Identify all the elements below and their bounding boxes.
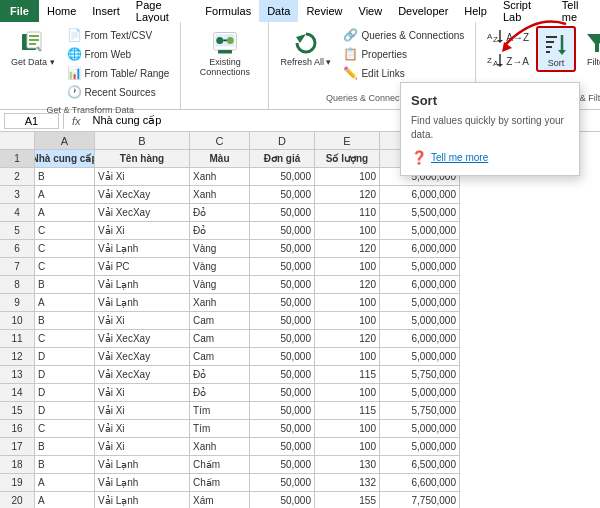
cell-F4[interactable]: 5,500,000 (380, 204, 460, 222)
cell-E9[interactable]: 100 (315, 294, 380, 312)
cell-F9[interactable]: 5,000,000 (380, 294, 460, 312)
cell-B4[interactable]: Vải XecXay (95, 204, 190, 222)
cell-D15[interactable]: 50,000 (250, 402, 315, 420)
refresh-all-button[interactable]: Refresh All ▾ (275, 26, 336, 70)
cell-A20[interactable]: A (35, 492, 95, 508)
cell-D4[interactable]: 50,000 (250, 204, 315, 222)
sort-za-button[interactable]: ZA Z→A (482, 50, 534, 73)
cell-A8[interactable]: B (35, 276, 95, 294)
cell-E7[interactable]: 100 (315, 258, 380, 276)
menu-script-lab[interactable]: Script Lab (495, 0, 554, 22)
cell-B10[interactable]: Vải Xi (95, 312, 190, 330)
cell-D19[interactable]: 50,000 (250, 474, 315, 492)
cell-D14[interactable]: 50,000 (250, 384, 315, 402)
cell-E17[interactable]: 100 (315, 438, 380, 456)
cell-B20[interactable]: Vải Lạnh (95, 492, 190, 508)
cell-F12[interactable]: 5,000,000 (380, 348, 460, 366)
cell-D20[interactable]: 50,000 (250, 492, 315, 508)
cell-A18[interactable]: B (35, 456, 95, 474)
cell-A2[interactable]: B (35, 168, 95, 186)
cell-B7[interactable]: Vải PC (95, 258, 190, 276)
cell-D13[interactable]: 50,000 (250, 366, 315, 384)
cell-E15[interactable]: 115 (315, 402, 380, 420)
col-header-c[interactable]: C (190, 132, 250, 150)
cell-A15[interactable]: D (35, 402, 95, 420)
cell-B17[interactable]: Vải Xi (95, 438, 190, 456)
cell-A12[interactable]: D (35, 348, 95, 366)
cell-E3[interactable]: 120 (315, 186, 380, 204)
cell-E12[interactable]: 100 (315, 348, 380, 366)
cell-E20[interactable]: 155 (315, 492, 380, 508)
menu-home[interactable]: Home (39, 0, 84, 22)
cell-F10[interactable]: 5,000,000 (380, 312, 460, 330)
cell-D10[interactable]: 50,000 (250, 312, 315, 330)
cell-F20[interactable]: 7,750,000 (380, 492, 460, 508)
from-web-button[interactable]: 🌐 From Web (62, 45, 175, 63)
cell-A9[interactable]: A (35, 294, 95, 312)
cell-A11[interactable]: C (35, 330, 95, 348)
cell-E8[interactable]: 120 (315, 276, 380, 294)
cell-F13[interactable]: 5,750,000 (380, 366, 460, 384)
cell-A19[interactable]: A (35, 474, 95, 492)
cell-E11[interactable]: 120 (315, 330, 380, 348)
cell-E4[interactable]: 110 (315, 204, 380, 222)
cell-F11[interactable]: 6,000,000 (380, 330, 460, 348)
cell-E14[interactable]: 100 (315, 384, 380, 402)
cell-F17[interactable]: 5,000,000 (380, 438, 460, 456)
cell-B6[interactable]: Vải Lạnh (95, 240, 190, 258)
cell-B12[interactable]: Vải XecXay (95, 348, 190, 366)
cell-C14[interactable]: Đỏ (190, 384, 250, 402)
cell-F6[interactable]: 6,000,000 (380, 240, 460, 258)
cell-E10[interactable]: 100 (315, 312, 380, 330)
edit-links-button[interactable]: ✏️ Edit Links (338, 64, 469, 82)
cell-A7[interactable]: C (35, 258, 95, 276)
cell-D16[interactable]: 50,000 (250, 420, 315, 438)
cell-D5[interactable]: 50,000 (250, 222, 315, 240)
menu-insert[interactable]: Insert (84, 0, 128, 22)
sort-az-button[interactable]: AZ A→Z (482, 26, 534, 49)
cell-E2[interactable]: 100 (315, 168, 380, 186)
menu-review[interactable]: Review (298, 0, 350, 22)
cell-B3[interactable]: Vải XecXay (95, 186, 190, 204)
cell-A4[interactable]: A (35, 204, 95, 222)
cell-C4[interactable]: Đỏ (190, 204, 250, 222)
cell-E13[interactable]: 115 (315, 366, 380, 384)
queries-connections-button[interactable]: 🔗 Queries & Connections (338, 26, 469, 44)
cell-D3[interactable]: 50,000 (250, 186, 315, 204)
menu-tell-me[interactable]: Tell me (554, 0, 600, 22)
file-menu[interactable]: File (0, 0, 39, 22)
existing-connections-button[interactable]: Existing Connections (187, 26, 262, 80)
cell-A3[interactable]: A (35, 186, 95, 204)
cell-D17[interactable]: 50,000 (250, 438, 315, 456)
cell-B18[interactable]: Vải Lạnh (95, 456, 190, 474)
cell-C7[interactable]: Vàng (190, 258, 250, 276)
cell-C9[interactable]: Xanh (190, 294, 250, 312)
col-header-a[interactable]: A (35, 132, 95, 150)
cell-C18[interactable]: Chấm (190, 456, 250, 474)
cell-E19[interactable]: 132 (315, 474, 380, 492)
col-header-b[interactable]: B (95, 132, 190, 150)
cell-F3[interactable]: 6,000,000 (380, 186, 460, 204)
cell-D8[interactable]: 50,000 (250, 276, 315, 294)
menu-view[interactable]: View (351, 0, 391, 22)
filter-button[interactable]: Filter (578, 26, 600, 70)
cell-C13[interactable]: Đỏ (190, 366, 250, 384)
cell-a1[interactable]: Nhà cung cấp (35, 150, 95, 168)
cell-F7[interactable]: 5,000,000 (380, 258, 460, 276)
cell-A16[interactable]: C (35, 420, 95, 438)
from-table-button[interactable]: 📊 From Table/ Range (62, 64, 175, 82)
cell-B19[interactable]: Vải Lạnh (95, 474, 190, 492)
cell-B9[interactable]: Vải Lạnh (95, 294, 190, 312)
cell-C12[interactable]: Cam (190, 348, 250, 366)
sort-button[interactable]: Sort (536, 26, 576, 72)
cell-B15[interactable]: Vải Xi (95, 402, 190, 420)
cell-E16[interactable]: 100 (315, 420, 380, 438)
cell-b1[interactable]: Tên hàng (95, 150, 190, 168)
cell-C19[interactable]: Chấm (190, 474, 250, 492)
cell-F18[interactable]: 6,500,000 (380, 456, 460, 474)
cell-D18[interactable]: 50,000 (250, 456, 315, 474)
get-data-button[interactable]: Get Data ▾ (6, 26, 60, 70)
cell-B14[interactable]: Vải Xi (95, 384, 190, 402)
menu-formulas[interactable]: Formulas (197, 0, 259, 22)
cell-C15[interactable]: Tím (190, 402, 250, 420)
